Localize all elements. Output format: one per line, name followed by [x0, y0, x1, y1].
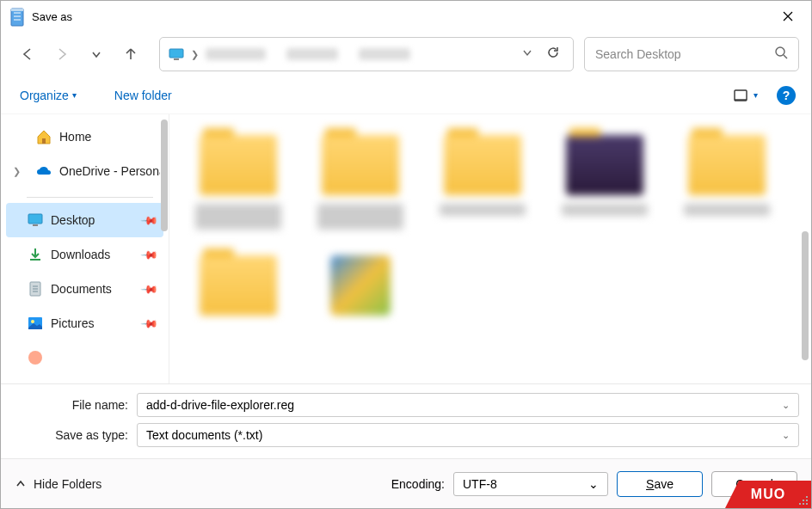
list-item[interactable]: [309, 135, 412, 230]
sidebar-item-home[interactable]: Home: [1, 120, 169, 154]
organize-menu[interactable]: Organize ▾: [16, 83, 80, 107]
caret-down-icon: ▾: [72, 90, 77, 100]
chevron-down-icon[interactable]: ⌄: [588, 477, 599, 491]
content-scrollbar[interactable]: [802, 231, 809, 360]
sidebar-item-more[interactable]: [1, 340, 169, 375]
svg-point-22: [28, 351, 42, 365]
desktop-icon: [27, 212, 44, 229]
up-button[interactable]: [116, 40, 145, 69]
filename-value: add-d-drive-file-explorer.reg: [146, 398, 782, 412]
save-button[interactable]: Save: [617, 471, 703, 497]
desktop-location-icon: [169, 48, 184, 60]
encoding-select[interactable]: UTF-8 ⌄: [453, 472, 608, 496]
save-type-select[interactable]: Text documents (*.txt) ⌄: [137, 423, 799, 447]
pictures-icon: [27, 315, 44, 332]
pin-icon: 📌: [140, 279, 159, 298]
list-item[interactable]: [431, 135, 534, 230]
sidebar-item-onedrive[interactable]: ❯ OneDrive - Personal: [1, 154, 169, 188]
sidebar-scrollbar[interactable]: [161, 120, 168, 231]
save-type-label: Save as type:: [13, 428, 137, 442]
save-type-value: Text documents (*.txt): [146, 428, 782, 442]
encoding-value: UTF-8: [463, 477, 588, 491]
sidebar-label: Pictures: [51, 316, 95, 330]
svg-point-21: [31, 320, 34, 323]
chevron-up-icon: [15, 478, 27, 490]
search-box[interactable]: [584, 37, 799, 71]
new-folder-button[interactable]: New folder: [111, 83, 175, 107]
list-item[interactable]: [309, 255, 412, 316]
chevron-down-icon[interactable]: ⌄: [782, 400, 790, 411]
svg-rect-8: [174, 58, 179, 60]
file-list-pane[interactable]: [169, 114, 811, 383]
dialog-footer: Hide Folders Encoding: UTF-8 ⌄ Save Canc…: [1, 458, 811, 508]
svg-rect-4: [11, 9, 23, 11]
breadcrumb-path[interactable]: [206, 47, 513, 61]
command-bar: Organize ▾ New folder ▾ ?: [1, 77, 811, 114]
svg-rect-14: [28, 214, 42, 224]
svg-rect-13: [42, 138, 46, 144]
file-grid: [169, 114, 811, 336]
window-title: Save as: [32, 10, 768, 23]
organize-label: Organize: [20, 89, 69, 102]
svg-point-9: [776, 47, 784, 56]
cancel-label: Cancel: [735, 477, 773, 491]
search-input[interactable]: [595, 47, 774, 61]
resize-grip[interactable]: [797, 494, 809, 506]
main-area: Home ❯ OneDrive - Personal Desktop 📌: [1, 114, 811, 383]
sidebar-label: Documents: [51, 282, 112, 296]
list-item[interactable]: [553, 135, 656, 230]
expand-icon[interactable]: ❯: [13, 166, 21, 177]
svg-rect-11: [735, 90, 747, 101]
sidebar-item-pictures[interactable]: Pictures 📌: [1, 306, 169, 340]
refresh-button[interactable]: [542, 41, 564, 67]
downloads-icon: [27, 246, 44, 263]
sidebar-label: OneDrive - Personal: [59, 164, 160, 178]
recent-dropdown-button[interactable]: [82, 40, 111, 69]
sidebar-label: Downloads: [51, 248, 110, 261]
view-icon: [733, 89, 748, 102]
navigation-pane: Home ❯ OneDrive - Personal Desktop 📌: [1, 114, 169, 383]
address-dropdown-button[interactable]: [521, 46, 533, 62]
list-item[interactable]: [187, 135, 290, 230]
save-label: ave: [654, 477, 674, 491]
sidebar-item-downloads[interactable]: Downloads 📌: [1, 237, 169, 272]
sidebar-label: Desktop: [51, 213, 95, 227]
save-form: File name: add-d-drive-file-explorer.reg…: [1, 383, 811, 458]
encoding-label: Encoding:: [391, 477, 445, 491]
new-folder-label: New folder: [114, 89, 172, 102]
hide-folders-button[interactable]: Hide Folders: [15, 477, 102, 491]
notepad-icon: [9, 8, 25, 25]
search-icon[interactable]: [774, 46, 788, 63]
home-icon: [35, 128, 52, 145]
forward-button[interactable]: [47, 40, 77, 69]
sidebar-item-documents[interactable]: Documents 📌: [1, 272, 169, 306]
documents-icon: [27, 280, 44, 297]
save-as-dialog: Save as ❯: [0, 0, 812, 509]
onedrive-icon: [35, 163, 52, 180]
filename-label: File name:: [13, 398, 137, 412]
music-icon: [27, 349, 44, 366]
back-button[interactable]: [13, 40, 42, 69]
pin-icon: 📌: [140, 245, 159, 264]
title-bar: Save as: [1, 1, 811, 32]
svg-rect-15: [33, 224, 38, 226]
sidebar-label: Home: [59, 130, 91, 144]
caret-down-icon: ▾: [754, 90, 758, 100]
help-button[interactable]: ?: [777, 86, 796, 105]
breadcrumb-chevron-icon[interactable]: ❯: [191, 49, 199, 60]
navigation-row: ❯: [1, 32, 811, 77]
pin-icon: 📌: [140, 211, 159, 230]
list-item[interactable]: [675, 135, 778, 230]
sidebar-item-desktop[interactable]: Desktop 📌: [6, 203, 163, 237]
chevron-down-icon[interactable]: ⌄: [782, 430, 790, 441]
svg-rect-7: [169, 49, 183, 58]
svg-line-10: [784, 55, 787, 58]
list-item[interactable]: [187, 255, 290, 316]
view-options-button[interactable]: ▾: [726, 85, 765, 106]
close-button[interactable]: [768, 3, 808, 30]
address-bar[interactable]: ❯: [159, 37, 574, 71]
cancel-button[interactable]: Cancel: [711, 471, 797, 497]
filename-input[interactable]: add-d-drive-file-explorer.reg ⌄: [137, 393, 799, 417]
hide-folders-label: Hide Folders: [34, 477, 102, 491]
sidebar-divider: [27, 197, 153, 198]
